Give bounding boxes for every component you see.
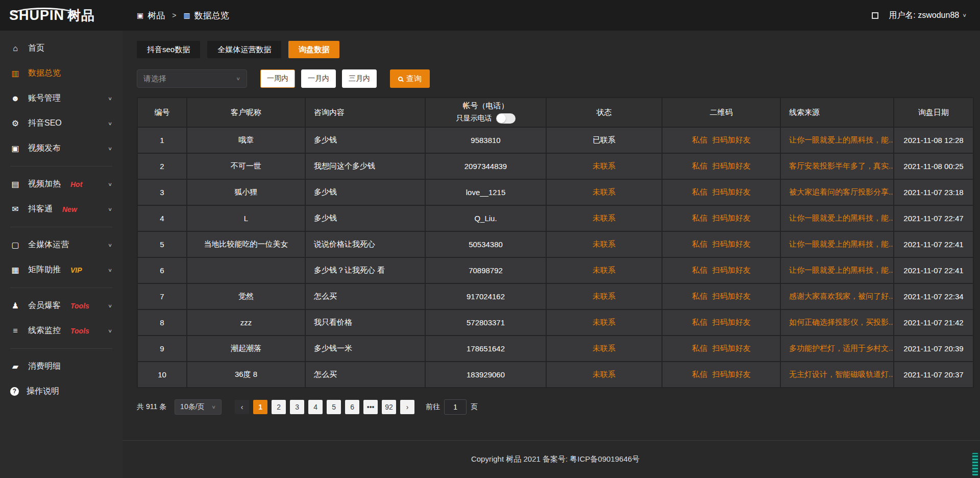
- source-link[interactable]: 多功能护栏灯，适用于乡村文...: [789, 344, 893, 352]
- source-link[interactable]: 让你一眼就爱上的黑科技，能...: [789, 135, 893, 144]
- tab[interactable]: 全媒体运营数据: [207, 41, 281, 58]
- page-button[interactable]: 1: [253, 400, 267, 414]
- scan-add-friend-link[interactable]: 扫码加好友: [713, 344, 751, 352]
- cell-source: 无主灯设计，智能磁吸轨道灯...: [781, 362, 893, 387]
- scan-add-friend-link[interactable]: 扫码加好友: [713, 240, 751, 248]
- source-link[interactable]: 让你一眼就爱上的黑科技，能...: [789, 266, 893, 274]
- page-jump-input[interactable]: [444, 399, 467, 415]
- page-button[interactable]: 3: [290, 400, 304, 414]
- status-badge: 未联系: [593, 318, 616, 326]
- prev-page-button[interactable]: ‹: [235, 400, 249, 414]
- scan-add-friend-link[interactable]: 扫码加好友: [713, 266, 751, 274]
- sidebar-item-label: 操作说明: [27, 386, 59, 397]
- source-link[interactable]: 无主灯设计，智能磁吸轨道灯...: [789, 370, 893, 378]
- sidebar-item[interactable]: ? 操作说明: [0, 379, 122, 404]
- period-button[interactable]: 一周内: [260, 69, 295, 88]
- cell-date: 2021-11-07 23:18: [894, 180, 973, 205]
- sidebar-item[interactable]: ▤ 视频加热 Hot ∨: [0, 172, 122, 197]
- sidebar-item[interactable]: ▦ 矩阵助推 VIP ∨: [0, 257, 122, 282]
- col-source: 线索来源: [781, 98, 893, 127]
- source-link[interactable]: 让你一眼就爱上的黑科技，能...: [789, 213, 893, 222]
- phone-only-toggle[interactable]: [496, 113, 516, 124]
- scan-add-friend-link[interactable]: 扫码加好友: [713, 370, 751, 378]
- source-link[interactable]: 让你一眼就爱上的黑科技，能...: [789, 240, 893, 248]
- sidebar-item[interactable]: ▥ 数据总览: [0, 61, 122, 86]
- sidebar-item[interactable]: ▣ 视频发布 ∨: [0, 136, 122, 161]
- sidebar-item[interactable]: ✉ 抖客通 New ∨: [0, 197, 122, 222]
- phone-toggle-label: 只显示电话: [456, 114, 492, 123]
- sidebar-item[interactable]: ☻ 账号管理 ∨: [0, 86, 122, 111]
- breadcrumb-separator: >: [172, 11, 176, 19]
- badge: VIP: [70, 266, 82, 274]
- chevron-down-icon: ∨: [236, 76, 240, 82]
- cell-account: love__1215: [426, 180, 546, 205]
- table-header-row: 编号 客户昵称 咨询内容 帐号（电话） 只显示电话 状态 二维码 线索来源: [138, 98, 973, 127]
- period-button[interactable]: 一月内: [301, 69, 336, 88]
- scan-add-friend-link[interactable]: 扫码加好友: [713, 318, 751, 326]
- private-message-link[interactable]: 私信: [692, 161, 707, 170]
- private-message-link[interactable]: 私信: [692, 292, 707, 300]
- sidebar-item[interactable]: ♟ 会员爆客 Tools ∨: [0, 293, 122, 318]
- cell-qrcode: 私信 扫码加好友: [663, 362, 780, 387]
- cell-qrcode: 私信 扫码加好友: [663, 336, 780, 361]
- tab[interactable]: 询盘数据: [288, 41, 339, 58]
- table-row: 9 潮起潮落 多少钱一米 178651642 未联系 私信 扫码加好友 多功能护…: [138, 336, 973, 361]
- scan-add-friend-link[interactable]: 扫码加好友: [713, 161, 751, 170]
- cell-status: 未联系: [547, 154, 662, 179]
- page-button[interactable]: 2: [272, 400, 286, 414]
- cell-status: 未联系: [547, 258, 662, 283]
- status-badge: 已联系: [593, 135, 616, 144]
- private-message-link[interactable]: 私信: [692, 187, 707, 196]
- chevron-down-icon: ∨: [962, 12, 967, 18]
- sidebar-item[interactable]: ⚙ 抖音SEO ∨: [0, 111, 122, 136]
- table-row: 10 36度 8 怎么买 183929060 未联系 私信 扫码加好友 无主灯设…: [138, 362, 973, 387]
- source-link[interactable]: 感谢大家喜欢我家，被问了好...: [789, 292, 893, 300]
- user-menu[interactable]: 用户名: zswodun88 ∨: [889, 10, 967, 21]
- page-button[interactable]: •••: [363, 400, 378, 414]
- search-button[interactable]: 查询: [390, 69, 430, 88]
- page-button[interactable]: 6: [345, 400, 359, 414]
- fullscreen-icon[interactable]: [872, 12, 878, 19]
- source-link[interactable]: 如何正确选择投影仪，买投影...: [789, 318, 893, 326]
- sidebar-item-label: 抖音SEO: [28, 118, 62, 129]
- breadcrumb-app[interactable]: 树品: [148, 10, 165, 21]
- cell-qrcode: 私信 扫码加好友: [663, 128, 780, 153]
- filter-select[interactable]: 请选择 ∨: [137, 69, 247, 88]
- jump-prefix-label: 前往: [426, 402, 440, 412]
- page-button[interactable]: 4: [308, 400, 323, 414]
- chevron-down-icon: ∨: [108, 206, 112, 212]
- status-badge: 未联系: [593, 161, 616, 170]
- private-message-link[interactable]: 私信: [692, 213, 707, 222]
- private-message-link[interactable]: 私信: [692, 240, 707, 248]
- breadcrumb: ▣ 树品 > ▥ 数据总览: [122, 10, 229, 21]
- private-message-link[interactable]: 私信: [692, 266, 707, 274]
- page-size-select[interactable]: 10条/页 ∨: [175, 399, 222, 415]
- home-icon: ⌂: [10, 44, 20, 53]
- scan-add-friend-link[interactable]: 扫码加好友: [713, 187, 751, 196]
- private-message-link[interactable]: 私信: [692, 370, 707, 378]
- source-link[interactable]: 被大家追着问的客厅投影分享...: [789, 187, 893, 196]
- floating-widget[interactable]: [972, 452, 978, 476]
- sidebar-item-label: 会员爆客: [28, 300, 61, 311]
- private-message-link[interactable]: 私信: [692, 344, 707, 352]
- sidebar-item[interactable]: ≡ 线索监控 Tools ∨: [0, 318, 122, 343]
- scan-add-friend-link[interactable]: 扫码加好友: [713, 135, 751, 144]
- sidebar-item[interactable]: ▰ 消费明细: [0, 354, 122, 379]
- tab[interactable]: 抖音seo数据: [137, 41, 200, 58]
- cell-date: 2021-11-07 22:34: [894, 284, 973, 309]
- sidebar-item[interactable]: ▢ 全媒体运营 ∨: [0, 232, 122, 257]
- cell-account: 917024162: [426, 284, 546, 309]
- private-message-link[interactable]: 私信: [692, 318, 707, 326]
- chevron-down-icon: ∨: [108, 242, 112, 248]
- page-button[interactable]: 5: [327, 400, 341, 414]
- next-page-button[interactable]: ›: [400, 400, 414, 414]
- period-button[interactable]: 三月内: [342, 69, 377, 88]
- scan-add-friend-link[interactable]: 扫码加好友: [713, 292, 751, 300]
- private-message-link[interactable]: 私信: [692, 135, 707, 144]
- sidebar-item[interactable]: ⌂ 首页: [0, 36, 122, 61]
- page-button[interactable]: 92: [382, 400, 396, 414]
- app-icon: ▣: [137, 11, 143, 19]
- cell-status: 未联系: [547, 206, 662, 231]
- source-link[interactable]: 客厅安装投影半年多了，真实...: [789, 161, 893, 170]
- scan-add-friend-link[interactable]: 扫码加好友: [713, 213, 751, 222]
